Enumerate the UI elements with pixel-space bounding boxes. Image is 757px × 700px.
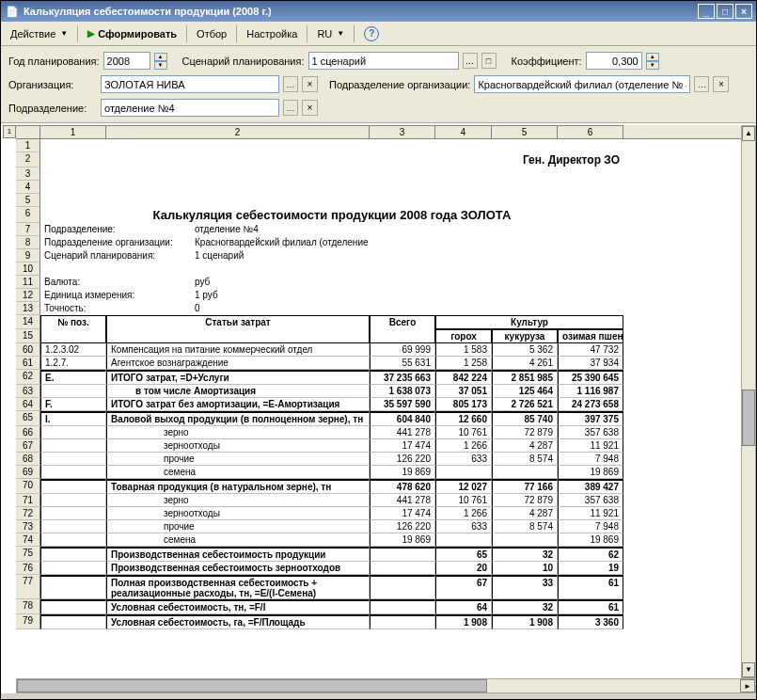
scroll-thumb-h[interactable] bbox=[17, 679, 487, 692]
table-row[interactable]: 79Условная себестоимость, га, =F/Площадь… bbox=[16, 614, 741, 629]
table-row[interactable]: 71зерно441 27810 76172 879357 638 bbox=[16, 494, 741, 507]
settings-button[interactable]: Настройка bbox=[241, 26, 303, 41]
table-row[interactable]: 66зерно441 27810 76172 879357 638 bbox=[16, 426, 741, 439]
dept-org-clear-button[interactable]: × bbox=[713, 76, 729, 92]
scenario-open-button[interactable]: □ bbox=[481, 53, 497, 69]
table-row[interactable]: 65I.Валовой выход продукции (в полноценн… bbox=[16, 411, 741, 426]
table-row[interactable]: 77Полная производственная себестоимость … bbox=[16, 575, 741, 599]
dept-org-select-button[interactable]: … bbox=[694, 76, 709, 92]
help-button[interactable]: ? bbox=[358, 24, 385, 43]
close-button[interactable]: × bbox=[735, 4, 752, 19]
table-row[interactable]: 74семена19 86919 869 bbox=[16, 533, 741, 547]
table-row[interactable]: 72зерноотходы17 4741 2664 28711 921 bbox=[16, 507, 741, 520]
scroll-thumb-v[interactable] bbox=[742, 390, 755, 446]
dept-input[interactable] bbox=[101, 99, 279, 117]
year-spinner[interactable]: ▲▼ bbox=[154, 53, 167, 70]
action-menu[interactable]: Действие▼ bbox=[5, 26, 73, 41]
table-row[interactable]: 67зерноотходы17 4741 2664 28711 921 bbox=[16, 439, 741, 453]
table-row[interactable]: 69семена19 86919 869 bbox=[16, 466, 741, 479]
titlebar: 📄 Калькуляция себестоимости продукции (2… bbox=[1, 1, 756, 22]
table-row[interactable]: 76Производственная себестоимость зерноот… bbox=[16, 562, 741, 575]
scenario-input[interactable] bbox=[308, 52, 459, 70]
app-icon: 📄 bbox=[5, 4, 20, 19]
scenario-label: Сценарий планирования: bbox=[182, 56, 305, 67]
scenario-select-button[interactable]: … bbox=[463, 53, 478, 69]
play-icon: ▶ bbox=[87, 28, 95, 39]
help-icon: ? bbox=[364, 26, 379, 41]
coeff-spinner[interactable]: ▲▼ bbox=[646, 53, 659, 70]
lang-menu[interactable]: RU▼ bbox=[311, 26, 350, 41]
dept-label: Подразделение: bbox=[8, 103, 97, 114]
table-row[interactable]: 64F.ИТОГО затрат без амортизации, =E-Амо… bbox=[16, 398, 741, 411]
dept-select-button[interactable]: … bbox=[283, 100, 298, 116]
table-row[interactable]: 70Товарная продукция (в натуральном зерн… bbox=[16, 479, 741, 494]
table-row[interactable]: 78Условная себестоимость, тн, =F/I643261 bbox=[16, 599, 741, 614]
spreadsheet: 123456 1 2 3 4 5 6 12Ген. Директор ЗО345… bbox=[1, 123, 756, 693]
form-button[interactable]: ▶Сформировать bbox=[82, 26, 182, 41]
minimize-button[interactable]: _ bbox=[698, 4, 715, 19]
year-input[interactable] bbox=[103, 52, 150, 70]
column-headers: 1 2 3 4 5 6 bbox=[16, 125, 741, 139]
dept-clear-button[interactable]: × bbox=[302, 100, 318, 116]
dept-org-label: Подразделение организации: bbox=[329, 79, 470, 90]
org-input[interactable] bbox=[101, 75, 279, 93]
filter-button[interactable]: Отбор bbox=[191, 26, 232, 41]
table-row[interactable]: 62E.ИТОГО затрат, =D+Услуги37 235 663842… bbox=[16, 370, 741, 385]
table-row[interactable]: 601.2.3.02Компенсация на питание коммерч… bbox=[16, 343, 741, 357]
horizontal-scrollbar[interactable]: ◄ ► bbox=[16, 678, 756, 693]
org-select-button[interactable]: … bbox=[283, 76, 298, 92]
table-row[interactable]: 75Производственная себестоимость продукц… bbox=[16, 547, 741, 562]
window-title: Калькуляция себестоимости продукции (200… bbox=[24, 6, 698, 17]
dept-org-input[interactable] bbox=[474, 75, 690, 93]
year-label: Год планирования: bbox=[8, 56, 100, 67]
maximize-button[interactable]: □ bbox=[717, 4, 733, 19]
vertical-scrollbar[interactable]: ▲ ▼ bbox=[741, 125, 756, 678]
grid-rows: 12Ген. Директор ЗО3456Калькуляция себест… bbox=[16, 139, 741, 629]
coeff-input[interactable] bbox=[586, 52, 642, 70]
org-clear-button[interactable]: × bbox=[302, 76, 318, 92]
table-row[interactable]: 68прочие126 2206338 5747 948 bbox=[16, 453, 741, 466]
toolbar: Действие▼ ▶Сформировать Отбор Настройка … bbox=[1, 22, 756, 46]
coeff-label: Коэффициент: bbox=[512, 56, 582, 67]
table-row[interactable]: 63в том числе Амортизация1 638 07337 051… bbox=[16, 385, 741, 398]
table-row[interactable]: 611.2.7.Агентское вознаграждение55 6311 … bbox=[16, 357, 741, 370]
org-label: Организация: bbox=[8, 79, 97, 90]
table-row[interactable]: 73прочие126 2206338 5747 948 bbox=[16, 520, 741, 533]
params-panel: Год планирования: ▲▼ Сценарий планирован… bbox=[1, 46, 756, 123]
